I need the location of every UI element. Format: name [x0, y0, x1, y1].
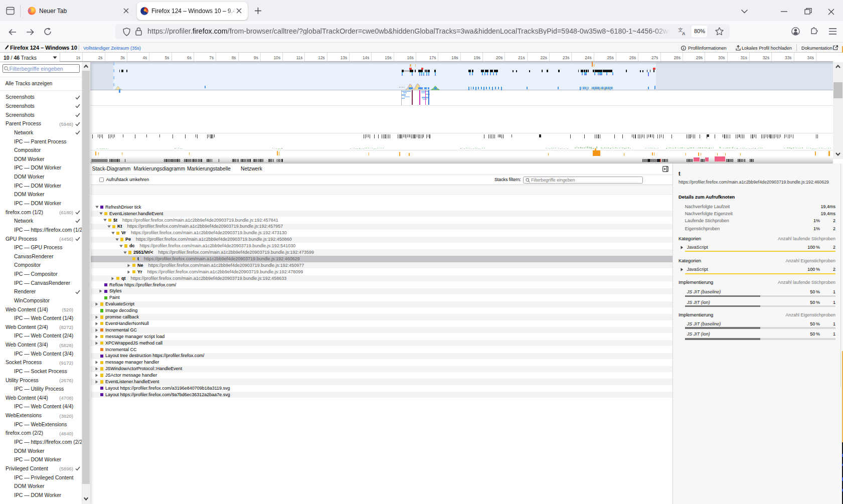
svg-text:A: A [682, 31, 686, 36]
